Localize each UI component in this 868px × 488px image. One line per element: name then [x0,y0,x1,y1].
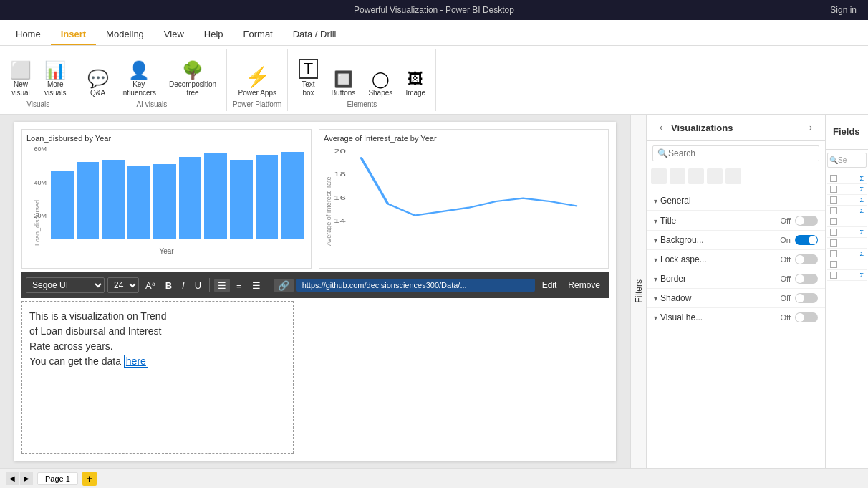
shadow-label: Shadow [660,293,691,303]
background-row-header[interactable]: ▾ Backgrou... [654,235,704,245]
buttons-icon: 🔲 [334,72,353,87]
field-row-10: Σ [827,270,867,281]
field-check-10[interactable] [830,272,837,279]
text-box[interactable]: This is a visualization on Trend of Loan… [21,301,294,454]
field-row-7 [827,238,867,249]
tab-modeling[interactable]: Modeling [96,24,154,45]
add-page-button[interactable]: + [82,472,97,486]
bottom-bar: ◀ ▶ Page 1 + [0,468,868,488]
viz-forward-button[interactable]: › [804,120,818,135]
viz-icon-3[interactable] [688,168,704,184]
viz-icon-2[interactable] [670,168,685,184]
viz-panel-title: Visualizations [671,123,733,133]
data-link[interactable]: here [124,355,148,368]
field-check-1[interactable] [830,175,837,182]
page-prev-button[interactable]: ◀ [6,472,19,485]
background-chevron: ▾ [654,236,657,244]
ribbon-group-power-platform: ⚡ Power Apps Power Platform [227,49,288,111]
viz-icon-5[interactable] [725,168,741,184]
edit-link-button[interactable]: Edit [538,279,561,292]
qa-label: Q&A [90,89,105,97]
line-chart-title: Average of Interest_rate by Year [324,134,604,143]
background-toggle[interactable] [795,235,818,245]
line-chart-box[interactable]: Average of Interest_rate by Year Average… [319,129,609,269]
visual-header-row-header[interactable]: ▾ Visual he... [654,312,703,322]
viz-panel-header: ‹ Visualizations › [647,115,825,141]
bar-4 [127,166,150,239]
tab-home[interactable]: Home [6,24,51,45]
decomposition-tree-button[interactable]: 🌳 Decompositiontree [165,59,221,100]
title-row-header[interactable]: ▾ Title [654,216,676,226]
bold-button[interactable]: B [162,279,175,292]
bar-9 [256,155,279,239]
qa-button[interactable]: 💬 Q&A [83,67,113,100]
ribbon-group-visuals: ⬜ Newvisual 📊 Morevisuals Visuals [0,49,77,111]
field-check-5[interactable] [830,218,837,225]
general-label: General [660,196,691,206]
field-check-7[interactable] [830,239,837,247]
remove-link-button[interactable]: Remove [564,279,604,292]
tab-help[interactable]: Help [194,24,233,45]
line-chart-path [360,157,577,215]
font-select[interactable]: Segoe UI [26,277,105,293]
field-check-3[interactable] [830,196,837,204]
border-toggle[interactable] [795,274,818,284]
lock-aspect-row-header[interactable]: ▾ Lock aspe... [654,254,707,264]
new-visual-button[interactable]: ⬜ Newvisual [6,59,36,100]
align-left-button[interactable]: ☰ [214,279,230,292]
field-row-3: Σ [827,195,867,206]
text-line-4: You can get the data here [29,354,286,369]
viz-icon-1[interactable] [651,168,667,184]
buttons-label: Buttons [331,89,355,97]
line-y-label: Average of Interest_rate [325,177,332,246]
field-check-4[interactable] [830,207,837,214]
border-label: Border [660,274,686,284]
image-icon: 🖼 [408,72,423,87]
align-center-button[interactable]: ≡ [233,279,246,292]
text-box-button[interactable]: T Textbox [294,56,322,100]
buttons-button[interactable]: 🔲 Buttons [327,69,360,100]
visual-header-toggle[interactable] [795,312,818,322]
toolbar-separator-1 [209,278,210,292]
page-nav-arrows: ◀ ▶ [6,472,33,485]
sign-in-button[interactable]: Sign in [830,5,857,15]
shadow-row-header[interactable]: ▾ Shadow [654,293,691,303]
page-next-button[interactable]: ▶ [20,472,33,485]
field-check-6[interactable] [830,229,837,236]
viz-search-input[interactable] [668,148,814,158]
viz-icon-4[interactable] [707,168,723,184]
field-check-2[interactable] [830,186,837,193]
tab-view[interactable]: View [154,24,194,45]
lock-aspect-toggle[interactable] [795,254,818,264]
tab-format[interactable]: Format [233,24,283,45]
field-check-9[interactable] [830,261,837,268]
tab-data-drill[interactable]: Data / Drill [283,24,347,45]
font-aa-button[interactable]: Aᵃ [142,279,159,292]
underline-button[interactable]: U [191,279,205,292]
viz-back-button[interactable]: ‹ [654,120,668,135]
field-check-8[interactable] [830,250,837,257]
page-tab-1[interactable]: Page 1 [37,472,78,485]
filters-panel[interactable]: Filters [630,115,646,468]
align-right-button[interactable]: ☰ [249,279,264,292]
background-label: Backgrou... [660,235,704,245]
power-apps-button[interactable]: ⚡ Power Apps [234,64,281,100]
border-row-header[interactable]: ▾ Border [654,274,686,284]
more-visuals-button[interactable]: 📊 Morevisuals [40,59,71,100]
tab-insert[interactable]: Insert [51,24,96,45]
image-button[interactable]: 🖼 Image [401,69,430,100]
viz-search-box[interactable]: 🔍 [652,145,819,161]
size-select[interactable]: 24 [107,277,139,293]
shadow-toggle[interactable] [795,293,818,303]
ribbon: ⬜ Newvisual 📊 Morevisuals Visuals 💬 Q&A … [0,46,868,115]
key-influencers-button[interactable]: 👤 Keyinfluencers [117,59,160,100]
bar-chart-box[interactable]: Loan_disbursed by Year 60M 40M 20M Loan_… [21,129,312,269]
link-button[interactable]: 🔗 [274,279,294,292]
general-row[interactable]: ▾ General [647,191,825,211]
italic-button[interactable]: I [178,279,188,292]
title-toggle[interactable] [795,216,818,226]
bar-5 [153,164,176,239]
power-apps-icon: ⚡ [245,67,270,87]
ribbon-group-ai: 💬 Q&A 👤 Keyinfluencers 🌳 Decompositiontr… [77,49,228,111]
shapes-button[interactable]: ◯ Shapes [364,69,397,100]
